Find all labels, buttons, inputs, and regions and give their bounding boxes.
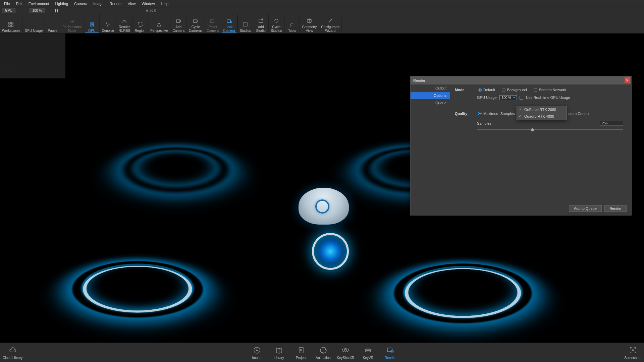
configurator-wizard-button[interactable]: Configurator Wizard: [319, 14, 342, 33]
perspective-button[interactable]: Perspective: [148, 14, 170, 33]
quality-max-samples-radio[interactable]: Maximum Samples: [478, 112, 515, 116]
quality-label: Quality: [455, 112, 475, 116]
denoise-button[interactable]: Denoise: [100, 14, 116, 33]
cloud-library-button[interactable]: Cloud Library: [0, 343, 25, 362]
render-dialog: Render ✕ Output Options Queue Mode Defau…: [410, 76, 632, 216]
use-realtime-label: Use Real-time GPU Usage: [526, 96, 570, 100]
camera-lock-icon: [226, 17, 232, 24]
grid-icon: [8, 21, 14, 28]
menu-render[interactable]: Render: [107, 1, 124, 7]
chip-icon: [89, 21, 95, 28]
xr-icon: [341, 346, 350, 355]
region-icon: [137, 21, 144, 28]
pause-icon[interactable]: [55, 9, 58, 12]
stat-row: Time:53s: [2, 40, 63, 44]
add-to-queue-button[interactable]: Add to Queue: [569, 205, 602, 212]
mode-background-radio[interactable]: Background: [502, 88, 527, 92]
svg-point-29: [368, 350, 370, 351]
use-realtime-checkbox[interactable]: [520, 96, 523, 100]
stat-row: NURBS:2,246: [2, 54, 63, 58]
gpu-device-menu: GeForce RTX 2080 Quadro RTX 4000: [517, 106, 567, 120]
cycle-studios-button[interactable]: Cycle Studios: [269, 14, 284, 33]
mode-network-radio[interactable]: Send to Network: [534, 88, 566, 92]
menu-camera[interactable]: Camera: [71, 1, 90, 7]
menu-image[interactable]: Image: [91, 1, 106, 7]
svg-point-26: [344, 349, 346, 351]
control-row: GPU 100 % ◉ 50.0: [0, 7, 644, 14]
close-icon[interactable]: ✕: [625, 77, 630, 83]
svg-rect-10: [138, 22, 142, 26]
menu-lighting[interactable]: Lighting: [52, 1, 71, 7]
menu-help[interactable]: Help: [158, 1, 171, 7]
render-nav-button[interactable]: Render: [379, 343, 401, 362]
gpu-usage-dropdown[interactable]: 100 %: [499, 95, 517, 100]
add-studio-button[interactable]: Add Studio: [253, 14, 269, 33]
keyshotxr-button[interactable]: KeyShotXR: [334, 343, 357, 362]
gpu-usage-button[interactable]: GPU Usage: [23, 14, 45, 33]
project-button[interactable]: Project: [290, 343, 312, 362]
keyvr-button[interactable]: KeyVR: [357, 343, 379, 362]
menu-environment[interactable]: Environment: [26, 1, 52, 7]
add-camera-button[interactable]: Add Camera: [170, 14, 187, 33]
dialog-titlebar[interactable]: Render ✕: [411, 76, 631, 84]
samples-label: Samples: [477, 121, 491, 125]
studios-button[interactable]: Studios: [238, 14, 253, 33]
gpu-menu-item[interactable]: Quadro RTX 4000: [517, 113, 567, 120]
mode-label: Mode: [455, 88, 475, 92]
samples-slider[interactable]: [477, 128, 623, 132]
geometry-view-button[interactable]: Geometry View: [300, 14, 319, 33]
studio-plus-icon: [258, 17, 264, 24]
pause-button[interactable]: Pause: [45, 14, 60, 33]
performance-mode-button[interactable]: Performance Mode: [60, 14, 84, 33]
gpu-usage-label: GPU Usage: [477, 96, 497, 100]
svg-rect-12: [194, 20, 197, 22]
studio-icon: [242, 21, 249, 28]
menu-window[interactable]: Window: [139, 1, 157, 7]
gauge-icon: [69, 17, 75, 24]
library-button[interactable]: Library: [268, 343, 290, 362]
stat-row: Res:1918 x 925: [2, 58, 63, 63]
gpu-mode-label[interactable]: GPU: [2, 8, 15, 13]
tab-queue[interactable]: Queue: [411, 99, 450, 107]
focal-readout: ◉ 50.0: [146, 9, 156, 12]
svg-point-28: [366, 350, 368, 351]
screenshot-button[interactable]: Screenshot: [622, 343, 644, 362]
mode-default-radio[interactable]: Default: [478, 88, 495, 92]
cycle-cameras-button[interactable]: Cycle Cameras: [187, 14, 205, 33]
reset-camera-button[interactable]: Reset Camera: [205, 14, 221, 33]
render-button[interactable]: Render: [604, 205, 627, 212]
gpu-menu-item[interactable]: GeForce RTX 2080: [517, 106, 567, 113]
dialog-title: Render: [413, 78, 425, 82]
perspective-icon: [156, 21, 162, 28]
render-icon: [386, 346, 394, 355]
menu-edit[interactable]: Edit: [13, 1, 25, 7]
import-button[interactable]: Import: [246, 343, 268, 362]
svg-rect-0: [9, 22, 10, 24]
samples-value-input[interactable]: 256: [600, 121, 623, 126]
render-nurbs-button[interactable]: Render NURBS: [116, 14, 132, 33]
stat-row: GPU Mem:3.4GB / 8.0GB: [2, 72, 63, 77]
animation-icon: [319, 346, 328, 355]
svg-rect-30: [387, 348, 392, 352]
camera-reset-icon: [209, 17, 216, 24]
lock-camera-button[interactable]: Lock Camera: [221, 14, 237, 33]
tab-output[interactable]: Output: [411, 84, 450, 92]
tab-options[interactable]: Options: [411, 92, 450, 99]
animation-button[interactable]: Animation: [312, 343, 334, 362]
menu-file[interactable]: File: [1, 1, 13, 7]
gpu-button[interactable]: GPU: [84, 14, 100, 33]
tools-button[interactable]: Tools: [284, 14, 300, 33]
gpu-usage-box[interactable]: 100 %: [30, 8, 45, 13]
bottom-toolbar: Cloud Library Import Library Project Ani…: [0, 343, 644, 362]
wrench-icon: [289, 21, 296, 28]
dialog-sidebar: Output Options Queue: [411, 84, 450, 215]
camera-plus-icon: [175, 17, 182, 24]
slider-thumb[interactable]: [531, 128, 534, 131]
region-button[interactable]: Region: [132, 14, 148, 33]
sparkle-icon: [105, 21, 111, 28]
viewport[interactable]: Samples Per Sec:47.4 Time:53s Samples:25…: [0, 34, 644, 343]
clipboard-icon: [297, 346, 306, 355]
menu-view[interactable]: View: [125, 1, 139, 7]
workspaces-button[interactable]: Workspaces: [0, 14, 23, 33]
svg-rect-16: [243, 23, 247, 26]
